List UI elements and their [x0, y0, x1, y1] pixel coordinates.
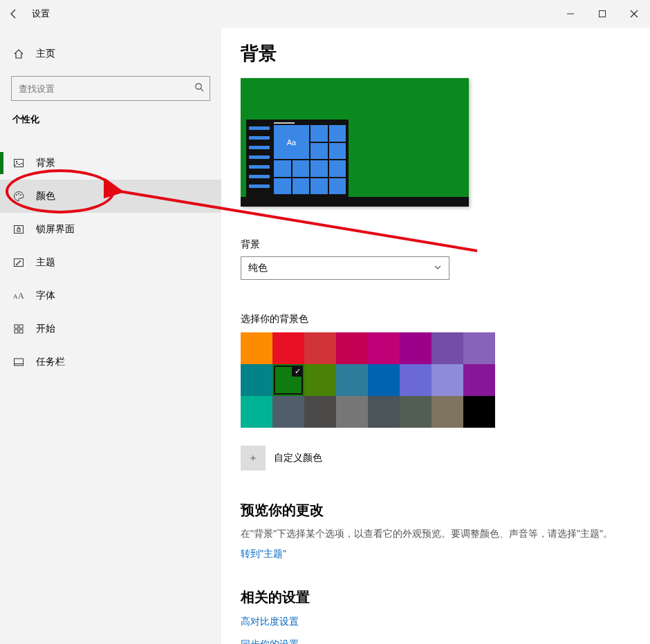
related-link[interactable]: 高对比度设置 [241, 616, 299, 628]
sidebar-item-label: 主题 [36, 256, 55, 269]
color-swatch[interactable] [400, 364, 431, 396]
svg-rect-13 [15, 259, 24, 267]
color-swatch[interactable] [241, 332, 272, 364]
custom-color-label: 自定义颜色 [274, 452, 322, 464]
related-settings-heading: 相关的设置 [241, 588, 625, 607]
color-swatch[interactable] [463, 364, 495, 396]
color-swatch[interactable] [241, 396, 272, 428]
brush-icon [12, 257, 25, 268]
sidebar-item-label: 任务栏 [36, 356, 65, 368]
color-swatch[interactable] [304, 396, 336, 428]
background-dropdown-label: 背景 [241, 238, 625, 251]
home-icon [12, 48, 25, 59]
sidebar-item-palette[interactable]: 颜色 [0, 180, 221, 213]
color-swatch[interactable] [336, 364, 368, 396]
preview-sample-tile: Aa [274, 125, 309, 159]
color-swatch[interactable] [368, 364, 400, 396]
svg-point-7 [16, 161, 17, 162]
color-swatch[interactable] [336, 332, 368, 364]
taskbar-icon [12, 357, 25, 368]
sidebar-item-label: 字体 [36, 290, 55, 302]
svg-rect-16 [15, 325, 18, 328]
color-section-label: 选择你的背景色 [241, 313, 625, 325]
svg-rect-17 [19, 325, 23, 328]
sidebar-item-picture[interactable]: 背景 [0, 146, 221, 180]
svg-rect-1 [600, 11, 606, 17]
sidebar-item-label: 开始 [36, 323, 55, 335]
lock-icon [12, 224, 25, 235]
svg-point-4 [196, 84, 201, 89]
svg-rect-20 [15, 359, 24, 366]
sidebar-item-start[interactable]: 开始 [0, 312, 221, 345]
color-swatch[interactable] [336, 396, 368, 428]
back-button[interactable] [0, 0, 28, 28]
category-header: 个性化 [0, 113, 221, 126]
home-label: 主页 [36, 48, 55, 60]
custom-color-button[interactable]: ＋ [241, 446, 266, 471]
palette-icon [12, 191, 25, 202]
svg-rect-18 [15, 330, 18, 333]
search-icon [194, 82, 204, 95]
minimize-button[interactable] [555, 0, 586, 28]
background-dropdown-value: 纯色 [248, 262, 268, 274]
color-swatch[interactable] [431, 364, 463, 396]
picture-icon [12, 158, 25, 169]
search-input-container[interactable] [11, 76, 210, 101]
maximize-button[interactable] [586, 0, 618, 28]
sidebar-item-label: 锁屏界面 [36, 223, 75, 236]
svg-point-9 [18, 193, 19, 195]
svg-point-8 [16, 194, 17, 196]
svg-rect-19 [19, 330, 23, 333]
color-swatch[interactable] [463, 396, 495, 428]
related-link[interactable]: 同步你的设置 [241, 638, 299, 644]
svg-text:A: A [13, 293, 18, 300]
sidebar-item-label: 背景 [36, 157, 55, 169]
color-swatch[interactable] [272, 396, 304, 428]
start-icon [12, 323, 25, 334]
plus-icon: ＋ [248, 452, 258, 464]
sidebar: 主页 个性化 背景颜色锁屏界面主题AA字体开始任务栏 [0, 28, 221, 644]
color-swatch[interactable] [463, 332, 495, 364]
page-title: 背景 [241, 41, 625, 66]
sidebar-item-label: 颜色 [36, 190, 55, 202]
preview-changes-desc: 在"背景"下选择某个选项，以查看它的外观预览。要调整颜色、声音等，请选择"主题"… [241, 528, 625, 540]
color-swatch[interactable] [368, 332, 400, 364]
color-swatch[interactable] [241, 364, 272, 396]
desktop-preview: Aa [241, 78, 469, 207]
themes-link[interactable]: 转到"主题" [241, 548, 286, 560]
color-swatch[interactable] [431, 396, 463, 428]
window-titlebar: 设置 [0, 0, 650, 28]
font-icon: AA [12, 291, 25, 301]
sidebar-item-brush[interactable]: 主题 [0, 246, 221, 279]
sidebar-item-font[interactable]: AA字体 [0, 279, 221, 312]
color-swatch[interactable] [368, 396, 400, 428]
preview-changes-heading: 预览你的更改 [241, 501, 625, 520]
color-swatch[interactable] [304, 332, 336, 364]
chevron-down-icon [434, 263, 442, 274]
search-input[interactable] [17, 83, 194, 95]
color-swatch[interactable] [431, 332, 463, 364]
color-swatch[interactable] [304, 364, 336, 396]
color-swatch[interactable] [272, 332, 304, 364]
color-swatch[interactable] [400, 396, 431, 428]
check-icon: ✓ [292, 366, 303, 377]
color-swatch[interactable] [400, 332, 431, 364]
sidebar-item-lock[interactable]: 锁屏界面 [0, 213, 221, 246]
svg-line-5 [201, 88, 203, 91]
close-button[interactable] [618, 0, 650, 28]
sidebar-item-taskbar[interactable]: 任务栏 [0, 345, 221, 379]
svg-text:A: A [18, 291, 24, 301]
svg-point-10 [20, 194, 21, 196]
svg-rect-12 [17, 229, 20, 231]
color-grid: ✓ [241, 332, 495, 428]
background-dropdown[interactable]: 纯色 [241, 256, 449, 280]
main-content: 背景 Aa 背景 纯色 [221, 28, 650, 644]
window-title: 设置 [32, 8, 50, 20]
home-button[interactable]: 主页 [0, 41, 221, 66]
color-swatch[interactable]: ✓ [272, 364, 304, 396]
